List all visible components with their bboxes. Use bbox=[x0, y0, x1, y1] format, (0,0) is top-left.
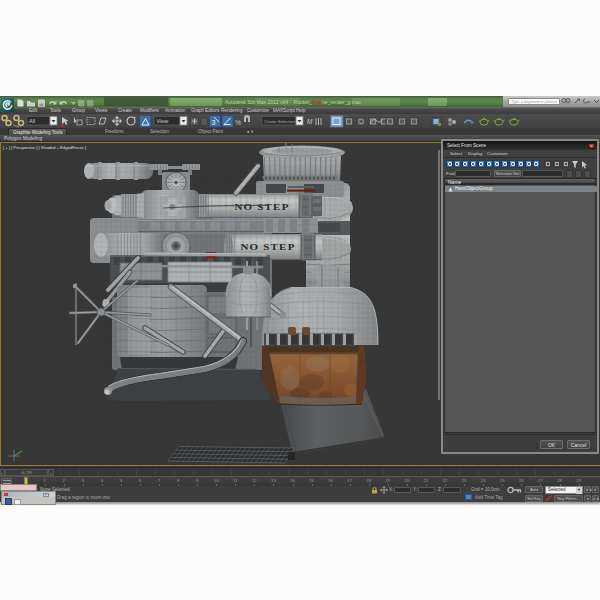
svg-text:%: % bbox=[235, 119, 241, 126]
svg-text:Create Selection: Create Selection bbox=[264, 119, 296, 124]
svg-text:M: M bbox=[307, 118, 313, 125]
svg-text:NO STEP: NO STEP bbox=[234, 202, 289, 212]
svg-text:View: View bbox=[157, 118, 169, 124]
svg-text:3: 3 bbox=[212, 119, 216, 126]
svg-text:All: All bbox=[29, 118, 35, 124]
svg-text:NO STEP: NO STEP bbox=[240, 243, 295, 253]
